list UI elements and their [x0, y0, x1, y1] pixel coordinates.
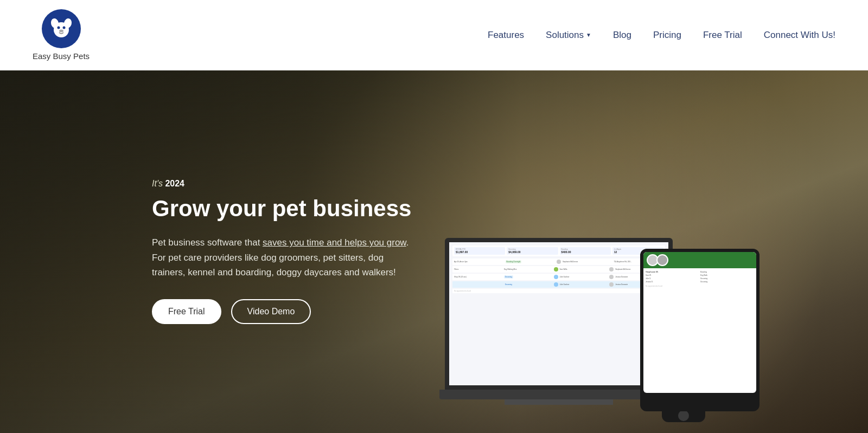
- site-header: Easy Busy Pets Features Solutions ▼ Blog…: [0, 0, 868, 70]
- screen-row-3: Shop 09 (25 sec) Grooming Julie Gardner …: [452, 274, 665, 280]
- nav-solutions[interactable]: Solutions ▼: [546, 30, 591, 41]
- hero-body-text: Pet business software that saves you tim…: [152, 235, 412, 280]
- brand-name: Easy Busy Pets: [33, 51, 90, 61]
- tablet-screen: Stephanie M. Boarding Sam W. Dog Walk Ju…: [643, 252, 756, 393]
- hero-cta-buttons: Free Trial Video Demo: [152, 299, 412, 324]
- logo-area: Easy Busy Pets: [33, 9, 90, 61]
- tablet-content-area: Stephanie M. Boarding Sam W. Dog Walk Ju…: [643, 268, 756, 289]
- svg-point-5: [62, 27, 65, 29]
- screen-row-empty: No appointments found: [452, 289, 665, 293]
- hero-free-trial-button[interactable]: Free Trial: [152, 299, 221, 324]
- screen-stat-2: Grooming $4,069.00: [507, 247, 558, 255]
- hero-content: It's 2024 Grow your pet business Pet bus…: [152, 179, 412, 324]
- nav-connect[interactable]: Connect With Us!: [764, 30, 835, 41]
- phone-home-button: [678, 410, 689, 421]
- tablet-row-1: Stephanie M. Boarding: [646, 270, 754, 273]
- hero-body-link: saves you time and helps you grow: [263, 237, 406, 248]
- solutions-dropdown-arrow: ▼: [586, 32, 591, 38]
- hero-section: It's 2024 Grow your pet business Pet bus…: [0, 70, 868, 433]
- tablet-header-bar: [643, 252, 756, 268]
- nav-free-trial[interactable]: Free Trial: [703, 30, 742, 41]
- screen-row-1: Apr 26, Arrive 4pm Boarding Overnight St…: [452, 258, 665, 265]
- tablet-row-4: Jessica D. Grooming: [646, 281, 754, 283]
- screen-stats-row: $TOTAL/YTD $1,897.00 Grooming $4,069.00 …: [452, 245, 665, 256]
- main-nav: Features Solutions ▼ Blog Pricing Free T…: [488, 30, 835, 41]
- tablet-mockup: Stephanie M. Boarding Sam W. Dog Walk Ju…: [640, 249, 760, 411]
- laptop-screen: $TOTAL/YTD $1,897.00 Grooming $4,069.00 …: [445, 238, 673, 390]
- screen-stat-3: Boarding $400.00: [560, 247, 611, 255]
- hero-headline: Grow your pet business: [152, 195, 412, 222]
- screen-row-2: Filters Dog Walking Mon Sam Willis Steph…: [452, 266, 665, 273]
- screen-app-content: $TOTAL/YTD $1,897.00 Grooming $4,069.00 …: [449, 242, 668, 385]
- tablet-avatar-2: [656, 254, 668, 266]
- laptop-stand: [505, 399, 613, 405]
- tablet-app-content: Stephanie M. Boarding Sam W. Dog Walk Ju…: [643, 252, 756, 393]
- nav-pricing[interactable]: Pricing: [653, 30, 681, 41]
- svg-point-4: [57, 27, 60, 29]
- logo-icon: [42, 9, 81, 48]
- hero-year: 2024: [165, 179, 184, 188]
- nav-blog[interactable]: Blog: [613, 30, 631, 41]
- tablet-row-2: Sam W. Dog Walk: [646, 274, 754, 276]
- screen-row-4: Grooming Julie Gardner Jessica Damante: [452, 281, 665, 288]
- screen-stat-1: $TOTAL/YTD $1,897.00: [454, 247, 505, 255]
- tablet-row-3: Julie G. Grooming: [646, 277, 754, 280]
- devices-mockup-area: $TOTAL/YTD $1,897.00 Grooming $4,069.00 …: [434, 162, 760, 433]
- hero-year-line: It's 2024: [152, 179, 412, 189]
- svg-point-6: [59, 30, 63, 33]
- hero-video-demo-button[interactable]: Video Demo: [231, 299, 311, 324]
- nav-features[interactable]: Features: [488, 30, 524, 41]
